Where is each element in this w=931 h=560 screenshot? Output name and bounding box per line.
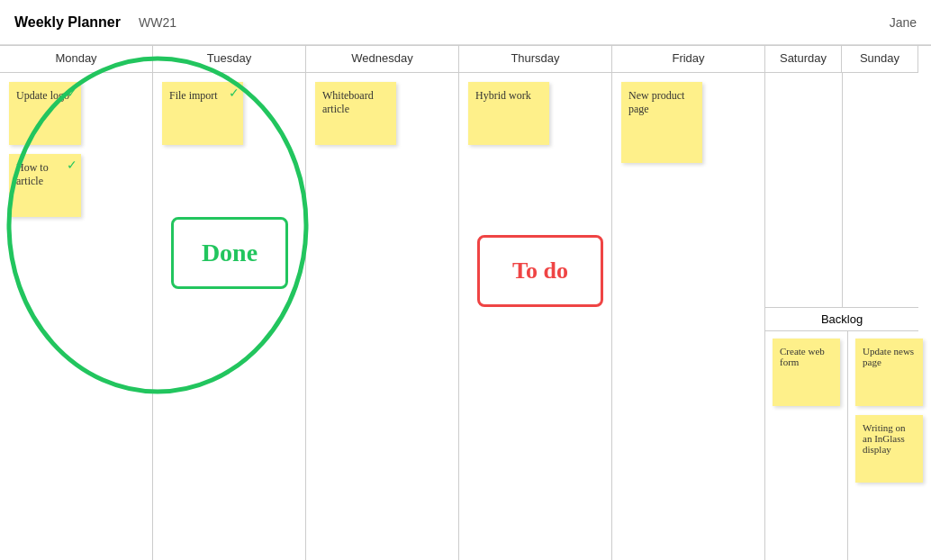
header-sunday: Sunday (842, 46, 918, 73)
backlog-row: Create web form Update news page Writing… (765, 331, 918, 560)
sticky-file-import[interactable]: ✓ File import (162, 82, 243, 145)
sticky-check-icon: ✓ (67, 86, 77, 101)
weekend-area: Backlog Create web form Update news page… (765, 73, 918, 560)
cell-monday: ✓ Update logo ✓ How to article (0, 73, 153, 560)
cell-friday: New product page (612, 73, 765, 560)
todo-box: To do (477, 235, 603, 307)
sticky-check-icon2: ✓ (67, 158, 77, 173)
sticky-update-news[interactable]: Update news page (855, 339, 923, 406)
sticky-create-web[interactable]: Create web form (773, 339, 840, 406)
page-header: Weekly Planner WW21 Jane (0, 0, 931, 45)
sticky-update-logo[interactable]: ✓ Update logo (9, 82, 81, 145)
sticky-hybrid-work[interactable]: Hybrid work (468, 82, 549, 145)
cell-tuesday: ✓ File import Done (153, 73, 306, 560)
week-label: WW21 (139, 15, 176, 30)
cell-sunday (843, 73, 919, 307)
cell-wednesday: Whiteboard article (306, 73, 459, 560)
done-label: Done (202, 239, 258, 267)
backlog-label: Backlog (765, 308, 918, 331)
backlog-sunday: Update news page Writing on an InGlass d… (848, 331, 930, 560)
backlog-saturday: Create web form (765, 331, 848, 560)
header-thursday: Thursday (459, 46, 612, 73)
header-wednesday: Wednesday (306, 46, 459, 73)
sticky-new-product[interactable]: New product page (621, 82, 702, 163)
cell-saturday (765, 73, 843, 307)
weekend-top (765, 73, 918, 308)
sticky-check-icon3: ✓ (229, 86, 240, 101)
header-tuesday: Tuesday (153, 46, 306, 73)
todo-label: To do (512, 257, 568, 285)
planner-grid: Monday Tuesday Wednesday Thursday Friday… (0, 45, 931, 560)
user-label: Jane (890, 15, 917, 30)
sticky-whiteboard[interactable]: Whiteboard article (315, 82, 396, 145)
header-saturday: Saturday (765, 46, 842, 73)
sticky-writing-inglass[interactable]: Writing on an InGlass display (855, 415, 923, 483)
header-friday: Friday (612, 46, 765, 73)
cell-thursday: Hybrid work To do (459, 73, 612, 560)
sticky-how-article[interactable]: ✓ How to article (9, 154, 81, 217)
page-title: Weekly Planner (14, 14, 121, 31)
header-monday: Monday (0, 46, 153, 73)
done-box: Done (171, 217, 288, 289)
